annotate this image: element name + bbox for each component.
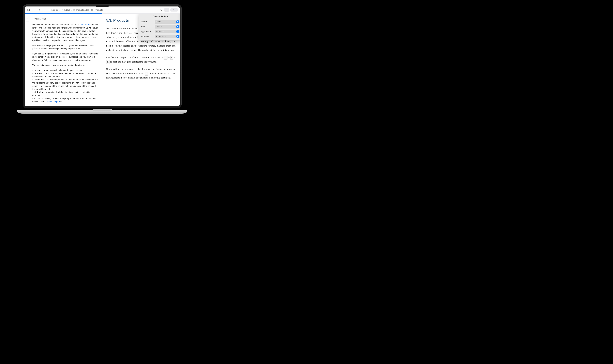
preview-paragraph: Use the File ›Export ›Products … menu or…: [106, 55, 176, 64]
kbd-key: ⌘: [164, 56, 167, 60]
breadcrumb: Manual › publish › products.adoc › 2 Pro…: [48, 9, 103, 11]
attributes-select[interactable]: No Attributes: [155, 35, 180, 38]
laptop-base: [17, 110, 187, 117]
editor-heading: Products: [32, 16, 99, 21]
document-icon: [73, 9, 75, 11]
heading-markup: ===: [26, 20, 29, 22]
list-item: You can now assign the same export param…: [32, 97, 99, 104]
chevron-down-icon: [176, 35, 179, 38]
list-item: *Product name*: An optional name for you…: [32, 69, 99, 72]
popover-label: Style: [141, 25, 153, 28]
attribute-reference: {app-name}: [80, 24, 91, 26]
popover-title: Preview Settings: [141, 14, 180, 18]
chevron-right-icon: ›: [71, 9, 72, 11]
breadcrumb-item[interactable]: publish: [64, 9, 70, 11]
format-select[interactable]: HTML: [155, 20, 180, 24]
share-icon[interactable]: [158, 8, 163, 12]
fold-triangle-icon[interactable]: ▼: [26, 17, 28, 20]
svg-marker-11: [177, 36, 178, 37]
editor-gutter: ▼ ===: [26, 17, 29, 22]
popover-row-attributes: Attributes No Attributes: [141, 35, 180, 38]
nav-forward-icon[interactable]: [43, 8, 47, 12]
svg-marker-9: [177, 31, 178, 31]
updown-caret-icon: [176, 20, 179, 23]
preview-pane: 5.3. Products We assume that the documen…: [102, 14, 180, 106]
list-item: *Subfolder*: An optional subdirectory in…: [32, 91, 99, 97]
bullet-list: *Product name*: An optional name for you…: [32, 69, 99, 103]
svg-marker-6: [177, 21, 178, 22]
svg-marker-10: [177, 32, 178, 32]
breadcrumb-item[interactable]: products.adoc: [76, 9, 89, 11]
folder-icon: [61, 9, 63, 11]
nav-back-icon[interactable]: [37, 8, 42, 12]
breadcrumb-item[interactable]: Manual: [52, 9, 58, 11]
chevron-right-icon: ›: [59, 9, 60, 11]
folder-icon: [48, 9, 51, 11]
editor-paragraph: Use the menu:File[Export > Products …] m…: [32, 44, 99, 51]
editor-paragraph: Various options are now available on the…: [32, 64, 99, 67]
updown-caret-icon: [176, 30, 179, 33]
heading-level-badge: 2: [91, 9, 94, 11]
svg-rect-0: [28, 9, 29, 11]
popover-label: Attributes: [141, 35, 153, 38]
preview-mode-button[interactable]: [170, 8, 178, 12]
laptop-mock: Manual › publish › products.adoc › 2 Pro…: [17, 4, 187, 117]
toggle-sidebar-icon[interactable]: [26, 8, 31, 12]
editor-paragraph: If you call up the products for the firs…: [32, 52, 99, 62]
popover-row-format: Format HTML: [141, 20, 180, 24]
list-item: *Filename*: The finished product will be…: [32, 78, 99, 91]
edit-mode-button[interactable]: [164, 8, 169, 12]
popover-label: Format: [141, 20, 153, 24]
chevron-right-icon: ›: [119, 56, 121, 59]
chevron-right-icon: [176, 25, 179, 28]
svg-line-5: [166, 9, 167, 11]
popover-row-appearance: Appearance Automatic: [141, 30, 180, 33]
toolbar: Manual › publish › products.adoc › 2 Pro…: [25, 6, 180, 13]
chevron-down-icon: [175, 9, 177, 11]
style-select[interactable]: Default: [155, 25, 180, 28]
popover-label: Appearance: [141, 30, 153, 33]
preview-paragraph: If you call up the products for the firs…: [106, 67, 176, 80]
svg-marker-7: [177, 22, 178, 22]
appearance-select[interactable]: Automatic: [155, 30, 180, 33]
svg-marker-8: [177, 26, 178, 27]
cross-reference-link[interactable]: export, Export: [47, 101, 60, 103]
breadcrumb-item[interactable]: Products: [95, 9, 103, 11]
laptop-notch: [96, 5, 109, 7]
app-window: Manual › publish › products.adoc › 2 Pro…: [25, 6, 180, 106]
popover-row-style: Style Default: [141, 25, 180, 28]
editor-paragraph: We assume that the documents that are cr…: [32, 23, 99, 42]
preview-settings-popover: Preview Settings Format HTML Sty: [139, 14, 180, 40]
kbd-key: E: [106, 60, 110, 64]
chevron-right-icon: ›: [90, 9, 91, 11]
editor-pane[interactable]: ▼ === Products We assume that the docume…: [25, 14, 102, 106]
kbd-key: ^: [170, 56, 173, 60]
kbd-key: +: [145, 72, 148, 76]
add-icon[interactable]: [32, 8, 36, 12]
list-item: *Source*: The source you have selected f…: [32, 72, 99, 78]
